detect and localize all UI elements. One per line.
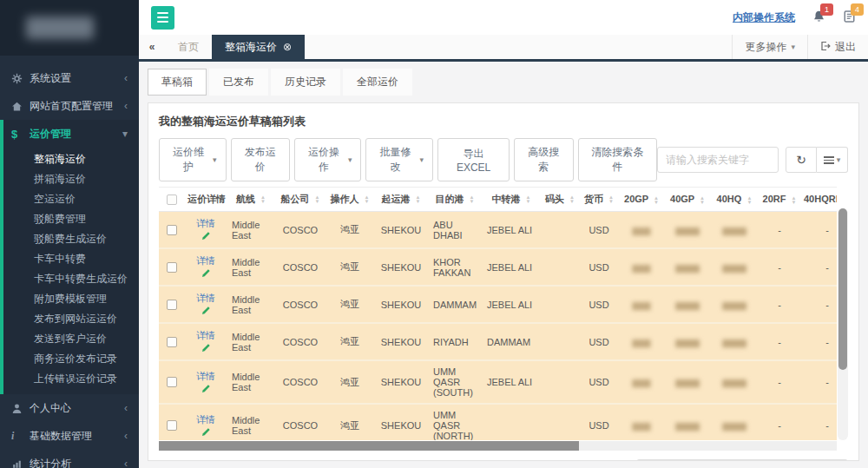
column-header[interactable]: 码头 ▲▼ bbox=[541, 188, 579, 212]
select-all-checkbox[interactable] bbox=[167, 194, 177, 205]
column-header[interactable]: 20GP ▲▼ bbox=[619, 188, 664, 212]
sort-icon[interactable]: ▲▼ bbox=[569, 195, 575, 204]
page-button[interactable]: › bbox=[800, 459, 825, 461]
detail-link[interactable]: 详情 bbox=[187, 292, 224, 305]
column-header[interactable]: 40HQ ▲▼ bbox=[711, 188, 758, 212]
vertical-scrollbar[interactable] bbox=[838, 208, 848, 440]
column-header[interactable]: 操作人 ▲▼ bbox=[326, 188, 374, 212]
edit-pencil-icon[interactable] bbox=[187, 343, 224, 354]
sort-icon[interactable]: ▲▼ bbox=[416, 195, 421, 204]
column-header[interactable]: 航线 ▲▼ bbox=[227, 188, 275, 212]
page-button[interactable]: 2 bbox=[707, 459, 731, 461]
column-header[interactable]: 目的港 ▲▼ bbox=[428, 188, 482, 212]
edit-pencil-icon[interactable] bbox=[187, 268, 224, 280]
page-button[interactable]: 4 bbox=[753, 459, 778, 461]
table-row[interactable]: 详情 Middle East COSCO 鸿亚 SHEKOU ABU DHABI… bbox=[159, 212, 837, 249]
detail-link[interactable]: 详情 bbox=[187, 370, 224, 383]
column-header[interactable]: 运价详情 bbox=[185, 188, 227, 212]
subtab-draftbox[interactable]: 草稿箱 bbox=[148, 69, 207, 96]
toolbar-button[interactable]: 发布运价 bbox=[231, 138, 290, 181]
row-checkbox[interactable] bbox=[167, 420, 177, 431]
table-row[interactable]: 详情 Middle East COSCO 鸿亚 SHEKOU UMM QASR … bbox=[159, 360, 837, 404]
edit-pencil-icon[interactable] bbox=[187, 306, 224, 317]
sidebar-subitem[interactable]: 驳船费管理 bbox=[0, 209, 139, 229]
edit-pencil-icon[interactable] bbox=[187, 384, 224, 395]
row-checkbox[interactable] bbox=[167, 377, 177, 387]
tab-home[interactable]: 首页 bbox=[165, 35, 212, 59]
column-header[interactable]: 货币 ▲▼ bbox=[579, 188, 619, 212]
notifications-button[interactable]: 1 bbox=[812, 10, 825, 25]
sort-icon[interactable]: ▲▼ bbox=[526, 195, 531, 204]
toolbar-button[interactable]: 高级搜索 bbox=[514, 138, 573, 181]
subtab-all-rates[interactable]: 全部运价 bbox=[343, 69, 412, 96]
row-checkbox[interactable] bbox=[167, 337, 177, 347]
edit-pencil-icon[interactable] bbox=[187, 427, 224, 438]
sidebar-item-homepage-config[interactable]: 网站首页配置管理 ‹ bbox=[0, 92, 139, 120]
sidebar-subitem[interactable]: 卡车中转费 bbox=[0, 249, 139, 269]
detail-link[interactable]: 详情 bbox=[187, 254, 224, 267]
detail-link[interactable]: 详情 bbox=[187, 413, 224, 426]
column-header[interactable]: 起运港 ▲▼ bbox=[374, 188, 428, 212]
menu-toggle-button[interactable] bbox=[151, 6, 174, 30]
logout-button[interactable]: 退出 bbox=[807, 35, 868, 59]
sidebar-subitem[interactable]: 整箱海运价 bbox=[0, 149, 139, 169]
sort-icon[interactable]: ▲▼ bbox=[365, 195, 370, 204]
detail-link[interactable]: 详情 bbox=[187, 217, 224, 230]
subtab-published[interactable]: 已发布 bbox=[209, 69, 268, 96]
sidebar-subitem[interactable]: 卡车中转费生成运价 bbox=[0, 269, 139, 289]
sort-icon[interactable]: ▲▼ bbox=[315, 195, 320, 204]
column-header[interactable]: 20RF ▲▼ bbox=[758, 188, 801, 212]
page-button[interactable]: ‹ bbox=[660, 459, 684, 461]
sidebar-subitem[interactable]: 空运运价 bbox=[0, 189, 139, 209]
tab-fcl-sea-rate[interactable]: 整箱海运价 ⊗ bbox=[212, 35, 305, 59]
sidebar-subitem[interactable]: 发布到网站运运价 bbox=[0, 309, 139, 329]
toolbar-button[interactable]: 运价操作 ▾ bbox=[294, 138, 362, 181]
vertical-scrollbar-thumb[interactable] bbox=[838, 208, 847, 370]
page-size-select[interactable]: 10 ▴ bbox=[402, 460, 441, 461]
sidebar-subitem[interactable]: 拼箱海运价 bbox=[0, 169, 139, 189]
toolbar-button[interactable]: 导出EXCEL bbox=[437, 138, 510, 181]
column-header[interactable]: 40GP ▲▼ bbox=[664, 188, 711, 212]
sidebar-item-rate-management[interactable]: $ 运价管理 ▾ bbox=[0, 120, 139, 148]
page-button[interactable]: 1 bbox=[683, 459, 707, 461]
toolbar-button[interactable]: 运价维护 ▾ bbox=[159, 138, 227, 181]
sort-icon[interactable]: ▲▼ bbox=[654, 196, 659, 205]
sort-icon[interactable]: ▲▼ bbox=[470, 195, 475, 204]
refresh-button[interactable]: ↻ bbox=[786, 147, 817, 173]
table-row[interactable]: 详情 Middle East COSCO 鸿亚 SHEKOU UMM QASR … bbox=[159, 404, 837, 440]
row-checkbox[interactable] bbox=[167, 225, 177, 235]
sort-icon[interactable]: ▲▼ bbox=[608, 195, 614, 204]
columns-button[interactable]: ▾ bbox=[817, 147, 848, 173]
table-row[interactable]: 详情 Middle East COSCO 鸿亚 SHEKOU KHOR FAKK… bbox=[159, 248, 837, 286]
sidebar-subitem[interactable]: 驳船费生成运价 bbox=[0, 229, 139, 249]
sidebar-subitem[interactable]: 发送到客户运价 bbox=[0, 329, 139, 349]
more-actions-button[interactable]: 更多操作 ▾ bbox=[732, 35, 807, 59]
internal-system-link[interactable]: 内部操作系统 bbox=[733, 10, 795, 25]
page-button[interactable]: » bbox=[824, 459, 848, 461]
column-header[interactable]: 40HQRF ▲▼ bbox=[801, 188, 837, 212]
tasks-button[interactable]: 4 bbox=[843, 10, 856, 25]
page-button[interactable]: « bbox=[636, 459, 661, 461]
sidebar-item-statistics[interactable]: 统计分析 ‹ bbox=[0, 450, 139, 468]
column-header[interactable]: 中转港 ▲▼ bbox=[482, 188, 541, 212]
row-checkbox[interactable] bbox=[167, 262, 177, 273]
sort-icon[interactable]: ▲▼ bbox=[746, 196, 752, 205]
table-row[interactable]: 详情 Middle East COSCO 鸿亚 SHEKOU RIYADH DA… bbox=[159, 323, 837, 360]
subtab-history[interactable]: 历史记录 bbox=[271, 69, 340, 96]
sidebar-subitem[interactable]: 商务运价发布记录 bbox=[0, 349, 139, 369]
sidebar-subitem[interactable]: 附加费模板管理 bbox=[0, 289, 139, 309]
toolbar-button[interactable]: 批量修改 ▾ bbox=[365, 138, 433, 181]
page-button[interactable]: 3 bbox=[730, 459, 754, 461]
search-input[interactable] bbox=[657, 147, 779, 173]
table-row[interactable]: 详情 Middle East COSCO 鸿亚 SHEKOU DAMMAM JE… bbox=[159, 286, 837, 323]
page-button[interactable]: 5 bbox=[777, 459, 801, 461]
sort-icon[interactable]: ▲▼ bbox=[260, 195, 266, 204]
sort-icon[interactable]: ▲▼ bbox=[792, 196, 797, 205]
close-tab-icon[interactable]: ⊗ bbox=[283, 41, 292, 53]
row-checkbox[interactable] bbox=[167, 300, 177, 310]
toolbar-button[interactable]: 清除搜索条件 bbox=[578, 138, 658, 181]
sidebar-item-system-settings[interactable]: 系统设置 ‹ bbox=[0, 64, 139, 92]
column-header[interactable]: 船公司 ▲▼ bbox=[275, 188, 326, 212]
collapse-tabs-icon[interactable]: « bbox=[139, 35, 165, 59]
sidebar-subitem[interactable]: 上传错误运价记录 bbox=[0, 369, 139, 389]
